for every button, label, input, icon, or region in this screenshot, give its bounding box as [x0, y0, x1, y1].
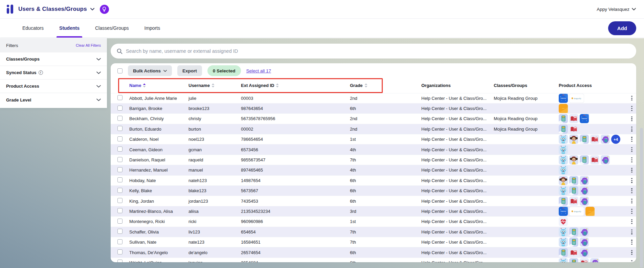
tab-classes-groups[interactable]: Classes/Groups [95, 19, 129, 38]
selected-count-badge: 0 Selected [207, 65, 241, 76]
row-checkbox[interactable] [117, 249, 123, 254]
export-button[interactable]: Export [177, 65, 202, 76]
cell-name: Danielson, Raquel [126, 155, 185, 165]
cell-row-menu [624, 258, 636, 262]
cell-row-menu [624, 227, 636, 237]
cell-ext-assigned-id: 26574654 [238, 247, 347, 258]
column-header-username[interactable]: Username [185, 78, 238, 93]
cell-ext-assigned-id: 960960986 [238, 217, 347, 227]
row-checkbox[interactable] [117, 177, 123, 182]
cell-organizations: Help Center - User & Class/Gro... [418, 227, 491, 237]
row-checkbox[interactable] [117, 167, 123, 172]
product-icon-traverse-app: TRAVERSE [580, 114, 589, 123]
kebab-menu-icon[interactable] [627, 228, 636, 236]
row-checkbox[interactable] [117, 188, 123, 193]
search-input[interactable] [126, 48, 630, 54]
row-checkbox[interactable] [117, 126, 123, 131]
row-checkbox[interactable] [117, 219, 123, 224]
row-checkbox[interactable] [117, 147, 123, 152]
kebab-menu-icon[interactable] [627, 94, 636, 102]
kebab-menu-icon[interactable] [627, 146, 636, 154]
filter-section-synced-status[interactable]: Synced Statusi [0, 66, 107, 80]
row-checkbox[interactable] [117, 157, 123, 162]
table-row: Danielson, Raquelraqueld98556735477thHel… [111, 155, 636, 165]
bulk-actions-button[interactable]: Bulk Actions [128, 65, 172, 76]
cell-username: liv123 [185, 227, 238, 237]
select-all-checkbox[interactable] [117, 68, 123, 73]
column-header-product-access: Product Access [556, 78, 624, 93]
row-checkbox[interactable] [117, 208, 123, 213]
more-products-badge[interactable]: +4 [611, 135, 620, 144]
cell-organizations: Help Center - User & Class/Gro... [418, 206, 491, 216]
cell-ext-assigned-id: 897465465 [238, 165, 347, 175]
kebab-menu-icon[interactable] [627, 177, 636, 184]
row-checkbox[interactable] [117, 239, 123, 244]
product-icon-book-app [569, 248, 578, 257]
column-header-name[interactable]: Name [126, 78, 185, 93]
filter-section-grade-level[interactable]: Grade Level [0, 93, 107, 107]
cell-row-menu [624, 217, 636, 227]
add-button[interactable]: Add [608, 21, 636, 35]
row-checkbox[interactable] [117, 260, 123, 262]
cell-name: Schaffer, Olivia [126, 227, 185, 237]
kebab-menu-icon[interactable] [627, 156, 636, 164]
title-chevron-down-icon[interactable] [90, 8, 94, 10]
table-row: Beckham, Christychristy567356787659562nd… [111, 114, 636, 124]
tab-imports[interactable]: Imports [145, 19, 160, 38]
filters-header: Filters Clear All Filters [0, 38, 107, 52]
kebab-menu-icon[interactable] [627, 238, 636, 246]
sort-arrows-icon [212, 83, 215, 88]
clear-all-filters-link[interactable]: Clear All Filters [76, 43, 101, 47]
column-header-grade[interactable]: Grade [347, 78, 418, 93]
cell-grade: 3rd [347, 206, 418, 216]
table-row: Martinez-Blanco, Alisaaliisa213534523234… [111, 206, 636, 216]
tab-students[interactable]: Students [59, 19, 80, 38]
help-lightbulb-button[interactable] [100, 5, 109, 14]
kebab-menu-icon[interactable] [627, 166, 636, 174]
row-checkbox[interactable] [117, 198, 123, 203]
row-checkbox[interactable] [117, 95, 123, 100]
kebab-menu-icon[interactable] [627, 259, 636, 262]
kebab-menu-icon[interactable] [627, 187, 636, 195]
cell-name: Beckham, Christy [126, 114, 185, 124]
cell-name: Sullivan, Nate [126, 237, 185, 247]
row-checkbox[interactable] [117, 116, 123, 121]
kebab-menu-icon[interactable] [627, 218, 636, 226]
cell-row-menu [624, 103, 636, 113]
cell-classes-groups [491, 144, 556, 155]
svg-text:TRAVERSE: TRAVERSE [560, 98, 567, 99]
vertical-scrollbar-thumb[interactable] [640, 128, 643, 268]
filter-section-product-access[interactable]: Product Access [0, 80, 107, 93]
select-all-link[interactable]: Select all 17 [246, 68, 271, 73]
cell-product-access [556, 247, 624, 258]
filter-section-classes-groups[interactable]: Classes/Groups [0, 52, 107, 66]
info-icon[interactable]: i [39, 70, 43, 75]
row-checkbox[interactable] [117, 136, 123, 141]
user-menu[interactable]: Appy Velasquez [597, 7, 636, 12]
sort-arrows-icon [364, 83, 368, 88]
brand-area: Users & Classes/Groups [6, 4, 109, 15]
kebab-menu-icon[interactable] [627, 249, 636, 256]
cell-product-access [556, 258, 624, 262]
cell-product-access [556, 124, 624, 134]
kebab-menu-icon[interactable] [627, 207, 636, 215]
kebab-menu-icon[interactable] [627, 125, 636, 133]
chevron-down-icon [632, 8, 636, 10]
cell-ext-assigned-id: 16584651 [238, 237, 347, 247]
table-toolbar: Bulk Actions Export 0 Selected Select al… [111, 63, 636, 78]
row-checkbox[interactable] [117, 229, 123, 234]
tab-educators[interactable]: Educators [22, 19, 44, 38]
kebab-menu-icon[interactable] [627, 135, 636, 143]
kebab-menu-icon[interactable] [627, 197, 636, 205]
cell-grade: 4th [347, 144, 418, 155]
row-checkbox[interactable] [117, 106, 123, 111]
column-header-ext-assigned-id[interactable]: Ext Assigned ID [238, 78, 347, 93]
kebab-menu-icon[interactable] [627, 105, 636, 112]
product-icon-orange-app: ••••••• [585, 207, 595, 216]
cell-grade: 1st [347, 217, 418, 227]
kebab-menu-icon[interactable] [627, 115, 636, 123]
cell-organizations: Help Center - User & Class/Gro... [418, 258, 491, 262]
product-icon-robot-app [559, 238, 568, 247]
cell-classes-groups [491, 196, 556, 206]
cell-classes-groups [491, 155, 556, 165]
